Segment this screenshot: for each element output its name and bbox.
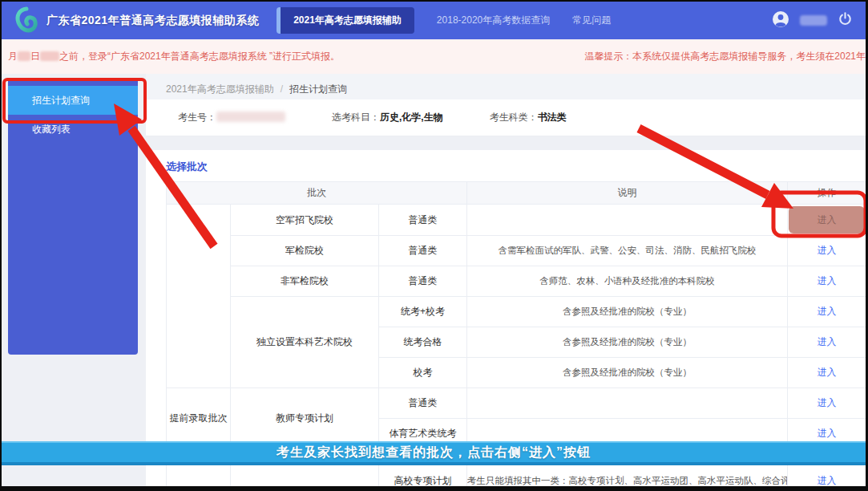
avatar-icon[interactable]	[772, 10, 789, 31]
sub-category-cell: 普通类	[379, 205, 467, 236]
enter-link[interactable]: 进入	[818, 428, 837, 439]
enter-button-highlighted[interactable]: 进入	[789, 206, 865, 233]
student-id-label: 考生号：	[178, 112, 216, 123]
subjects-label: 选考科目：	[332, 112, 380, 123]
sidebar-item-favorites[interactable]: 收藏列表	[8, 115, 138, 144]
notice-bar: 月日之前，登录“广东省2021年普通高考志愿填报系统 ”进行正式填报。 温馨提示…	[2, 39, 866, 74]
action-cell: 进入	[788, 358, 866, 388]
header-right	[772, 10, 853, 31]
category-label: 考生科类：	[490, 112, 538, 123]
enter-link[interactable]: 进入	[818, 275, 837, 286]
action-cell: 进入	[788, 327, 866, 358]
breadcrumb-separator: /	[281, 83, 283, 95]
action-cell: 进入	[788, 236, 866, 266]
batch-select-card: 选择批次 批次 说明 操作 空军招飞院校	[146, 150, 868, 491]
breadcrumb-root[interactable]: 2021年高考志愿填报辅助	[166, 83, 274, 95]
notice-right-text: 温馨提示：本系统仅提供高考志愿填报辅导服务，考生须在2021年	[584, 50, 866, 63]
desc-cell: 含参照及经批准的院校（专业）	[467, 358, 788, 388]
tab-faq[interactable]: 常见问题	[572, 14, 611, 27]
desc-cell: 含师范、农林、小语种及经批准的本科院校	[467, 266, 788, 297]
table-row: 独立设置本科艺术院校 统考+校考 含参照及经批准的院校（专业） 进入	[167, 297, 866, 327]
redacted-date-time	[40, 51, 59, 61]
sub-category-cell: 普通类	[379, 236, 467, 266]
batch-name-cell: 军检院校	[231, 236, 379, 266]
category-value: 书法类	[538, 112, 567, 123]
spacer	[146, 136, 868, 150]
sidebar-item-enrollment-plan-query[interactable]: 招生计划查询	[8, 86, 138, 115]
batch-name-cell: 独立设置本科艺术院校	[231, 297, 379, 388]
table-row: 非军检院校 普通类 含师范、农林、小语种及经批准的本科院校 进入	[167, 266, 866, 297]
column-header-batch: 批次	[167, 182, 467, 205]
column-header-action: 操作	[788, 182, 866, 205]
action-cell: 进入	[788, 388, 866, 419]
table-row: 提前录取批次 教师专项计划 普通类 进入	[167, 388, 866, 419]
enter-link[interactable]: 进入	[818, 475, 837, 486]
batch-name-cell: 空军招飞院校	[231, 205, 379, 236]
app-logo-icon	[13, 6, 40, 35]
desc-cell: 含参照及经批准的院校（专业）	[467, 297, 788, 327]
table-row: 空军招飞院校 普通类 进入	[167, 205, 866, 236]
column-header-description: 说明	[467, 182, 788, 205]
app-title: 广东省2021年普通高考志愿填报辅助系统	[46, 14, 259, 28]
batch-name-cell: 教师专项计划	[231, 388, 379, 449]
action-cell: 进入	[788, 297, 866, 327]
batch-group-cell-empty	[167, 205, 231, 388]
redacted-date-day	[18, 51, 30, 61]
enter-link[interactable]: 进入	[818, 245, 837, 256]
action-cell: 进入	[788, 266, 866, 297]
instruction-banner: 考生及家长找到想查看的批次，点击右侧“进入”按钮	[2, 441, 866, 465]
desc-cell: 含需军检面试的军队、武警、公安、司法、消防、民航招飞院校	[467, 236, 788, 266]
desc-cell	[467, 388, 788, 419]
subjects-value: 历史,化学,生物	[380, 112, 443, 123]
power-icon[interactable]	[838, 11, 853, 30]
desc-cell: 含参照及经批准的院校（专业）	[467, 327, 788, 358]
content-area: 2021年高考志愿填报辅助/招生计划查询 考生号： 选考科目：历史,化学,生物 …	[146, 74, 868, 491]
redacted-student-id	[216, 112, 285, 122]
action-cell: 进入	[788, 205, 866, 236]
section-title: 选择批次	[166, 160, 868, 176]
batch-group-cell: 提前录取批次	[167, 388, 231, 449]
table-row: 军检院校 普通类 含需军检面试的军队、武警、公安、司法、消防、民航招飞院校 进入	[167, 236, 866, 266]
tab-2021-volunteer-assist[interactable]: 2021年高考志愿填报辅助	[277, 7, 414, 34]
sub-category-cell: 校考	[379, 358, 467, 388]
student-info-bar: 考生号： 选考科目：历史,化学,生物 考生科类：书法类	[146, 99, 868, 136]
subjects-field: 选考科目：历史,化学,生物	[332, 111, 443, 124]
sub-category-cell: 普通类	[379, 388, 467, 419]
breadcrumb: 2021年高考志愿填报辅助/招生计划查询	[146, 74, 868, 99]
sub-category-cell: 统考+校考	[379, 297, 467, 327]
student-id-field: 考生号：	[178, 111, 285, 124]
screen: 广东省2021年普通高考志愿填报辅助系统 2021年高考志愿填报辅助 2018-…	[0, 0, 868, 491]
batch-name-cell: 非军检院校	[231, 266, 379, 297]
enter-link[interactable]: 进入	[818, 306, 837, 317]
enter-link[interactable]: 进入	[818, 367, 837, 378]
enter-link[interactable]: 进入	[818, 336, 837, 347]
desc-cell	[467, 205, 788, 236]
sub-category-cell: 统考合格	[379, 327, 467, 358]
redacted-username	[800, 15, 827, 26]
main-nav: 2021年高考志愿填报辅助 2018-2020年高考数据查询 常见问题	[277, 7, 611, 34]
notice-left-text: 月日之前，登录“广东省2021年普通高考志愿填报系统 ”进行正式填报。	[8, 50, 340, 63]
sub-category-cell: 普通类	[379, 266, 467, 297]
table-header-row: 批次 说明 操作	[167, 182, 866, 205]
app-header: 广东省2021年普通高考志愿填报辅助系统 2021年高考志愿填报辅助 2018-…	[2, 2, 866, 39]
tab-2018-2020-data-query[interactable]: 2018-2020年高考数据查询	[437, 14, 550, 27]
category-field: 考生科类：书法类	[490, 111, 567, 124]
breadcrumb-current: 招生计划查询	[289, 83, 347, 95]
enter-link[interactable]: 进入	[818, 397, 837, 408]
sidebar: 招生计划查询 收藏列表	[8, 78, 138, 355]
